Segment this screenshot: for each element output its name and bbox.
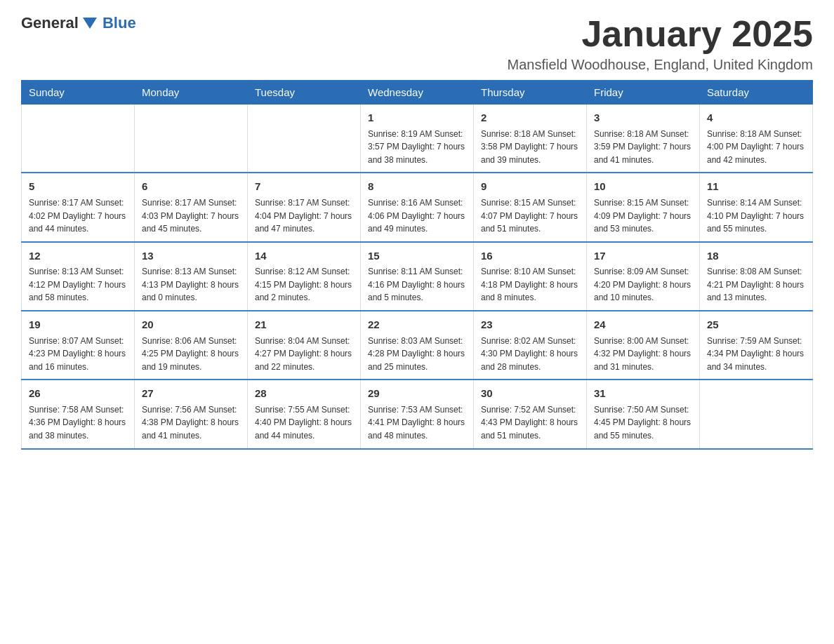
day-number: 3 (594, 110, 692, 126)
calendar-day-1: 1Sunrise: 8:19 AM Sunset: 3:57 PM Daylig… (361, 105, 474, 173)
day-info: Sunrise: 8:06 AM Sunset: 4:25 PM Dayligh… (142, 335, 240, 374)
page-header: General Blue January 2025 Mansfield Wood… (21, 14, 813, 73)
day-number: 11 (707, 179, 805, 195)
day-info: Sunrise: 8:17 AM Sunset: 4:02 PM Dayligh… (29, 196, 127, 236)
day-info: Sunrise: 8:11 AM Sunset: 4:16 PM Dayligh… (368, 265, 466, 304)
day-number: 2 (481, 110, 579, 126)
day-number: 21 (255, 317, 353, 333)
day-info: Sunrise: 8:14 AM Sunset: 4:10 PM Dayligh… (707, 196, 805, 236)
day-info: Sunrise: 8:18 AM Sunset: 4:00 PM Dayligh… (707, 128, 805, 167)
calendar-day-3: 3Sunrise: 8:18 AM Sunset: 3:59 PM Daylig… (587, 105, 700, 173)
calendar-day-6: 6Sunrise: 8:17 AM Sunset: 4:03 PM Daylig… (135, 173, 248, 241)
day-number: 7 (255, 179, 353, 195)
logo-triangle-icon (83, 18, 97, 29)
calendar-week-row: 5Sunrise: 8:17 AM Sunset: 4:02 PM Daylig… (22, 173, 813, 241)
calendar-week-row: 12Sunrise: 8:13 AM Sunset: 4:12 PM Dayli… (22, 242, 813, 311)
calendar-day-21: 21Sunrise: 8:04 AM Sunset: 4:27 PM Dayli… (248, 311, 361, 380)
logo-blue-text: Blue (102, 14, 136, 32)
calendar-day-25: 25Sunrise: 7:59 AM Sunset: 4:34 PM Dayli… (700, 311, 813, 380)
calendar-day-16: 16Sunrise: 8:10 AM Sunset: 4:18 PM Dayli… (474, 242, 587, 311)
day-info: Sunrise: 8:02 AM Sunset: 4:30 PM Dayligh… (481, 335, 579, 374)
day-info: Sunrise: 8:19 AM Sunset: 3:57 PM Dayligh… (368, 128, 466, 167)
calendar-day-5: 5Sunrise: 8:17 AM Sunset: 4:02 PM Daylig… (22, 173, 135, 241)
calendar-day-12: 12Sunrise: 8:13 AM Sunset: 4:12 PM Dayli… (22, 242, 135, 311)
day-number: 25 (707, 317, 805, 333)
day-info: Sunrise: 8:18 AM Sunset: 3:58 PM Dayligh… (481, 128, 579, 167)
calendar-day-4: 4Sunrise: 8:18 AM Sunset: 4:00 PM Daylig… (700, 105, 813, 173)
day-info: Sunrise: 8:15 AM Sunset: 4:09 PM Dayligh… (594, 196, 692, 236)
calendar-day-28: 28Sunrise: 7:55 AM Sunset: 4:40 PM Dayli… (248, 380, 361, 448)
day-info: Sunrise: 8:04 AM Sunset: 4:27 PM Dayligh… (255, 335, 353, 374)
day-info: Sunrise: 8:18 AM Sunset: 3:59 PM Dayligh… (594, 128, 692, 167)
day-info: Sunrise: 8:17 AM Sunset: 4:03 PM Dayligh… (142, 196, 240, 236)
day-number: 17 (594, 248, 692, 264)
day-header-tuesday: Tuesday (248, 81, 361, 105)
day-info: Sunrise: 8:08 AM Sunset: 4:21 PM Dayligh… (707, 265, 805, 304)
title-area: January 2025 Mansfield Woodhouse, Englan… (508, 14, 813, 73)
calendar-day-29: 29Sunrise: 7:53 AM Sunset: 4:41 PM Dayli… (361, 380, 474, 448)
month-title: January 2025 (508, 14, 813, 54)
day-info: Sunrise: 8:17 AM Sunset: 4:04 PM Dayligh… (255, 196, 353, 236)
day-info: Sunrise: 8:13 AM Sunset: 4:12 PM Dayligh… (29, 265, 127, 304)
day-number: 20 (142, 317, 240, 333)
day-info: Sunrise: 8:10 AM Sunset: 4:18 PM Dayligh… (481, 265, 579, 304)
day-info: Sunrise: 8:12 AM Sunset: 4:15 PM Dayligh… (255, 265, 353, 304)
day-info: Sunrise: 8:00 AM Sunset: 4:32 PM Dayligh… (594, 335, 692, 374)
day-info: Sunrise: 8:13 AM Sunset: 4:13 PM Dayligh… (142, 265, 240, 304)
calendar-header-row: SundayMondayTuesdayWednesdayThursdayFrid… (22, 81, 813, 105)
day-info: Sunrise: 7:55 AM Sunset: 4:40 PM Dayligh… (255, 403, 353, 443)
calendar-day-27: 27Sunrise: 7:56 AM Sunset: 4:38 PM Dayli… (135, 380, 248, 448)
day-info: Sunrise: 7:59 AM Sunset: 4:34 PM Dayligh… (707, 335, 805, 374)
day-number: 19 (29, 317, 127, 333)
day-number: 29 (368, 386, 466, 402)
day-info: Sunrise: 8:16 AM Sunset: 4:06 PM Dayligh… (368, 196, 466, 236)
calendar-day-23: 23Sunrise: 8:02 AM Sunset: 4:30 PM Dayli… (474, 311, 587, 380)
day-info: Sunrise: 8:07 AM Sunset: 4:23 PM Dayligh… (29, 335, 127, 374)
day-number: 23 (481, 317, 579, 333)
day-header-sunday: Sunday (22, 81, 135, 105)
calendar-day-19: 19Sunrise: 8:07 AM Sunset: 4:23 PM Dayli… (22, 311, 135, 380)
day-info: Sunrise: 8:03 AM Sunset: 4:28 PM Dayligh… (368, 335, 466, 374)
calendar-day-14: 14Sunrise: 8:12 AM Sunset: 4:15 PM Dayli… (248, 242, 361, 311)
day-number: 30 (481, 386, 579, 402)
day-info: Sunrise: 7:52 AM Sunset: 4:43 PM Dayligh… (481, 403, 579, 443)
day-info: Sunrise: 7:58 AM Sunset: 4:36 PM Dayligh… (29, 403, 127, 443)
day-number: 31 (594, 386, 692, 402)
calendar-week-row: 19Sunrise: 8:07 AM Sunset: 4:23 PM Dayli… (22, 311, 813, 380)
day-header-monday: Monday (135, 81, 248, 105)
day-header-wednesday: Wednesday (361, 81, 474, 105)
day-number: 16 (481, 248, 579, 264)
day-header-friday: Friday (587, 81, 700, 105)
day-info: Sunrise: 7:50 AM Sunset: 4:45 PM Dayligh… (594, 403, 692, 443)
calendar-day-26: 26Sunrise: 7:58 AM Sunset: 4:36 PM Dayli… (22, 380, 135, 448)
calendar-week-row: 1Sunrise: 8:19 AM Sunset: 3:57 PM Daylig… (22, 105, 813, 173)
day-info: Sunrise: 8:15 AM Sunset: 4:07 PM Dayligh… (481, 196, 579, 236)
day-info: Sunrise: 8:09 AM Sunset: 4:20 PM Dayligh… (594, 265, 692, 304)
day-info: Sunrise: 7:56 AM Sunset: 4:38 PM Dayligh… (142, 403, 240, 443)
day-number: 15 (368, 248, 466, 264)
calendar-day-24: 24Sunrise: 8:00 AM Sunset: 4:32 PM Dayli… (587, 311, 700, 380)
location-title: Mansfield Woodhouse, England, United Kin… (508, 57, 813, 73)
day-number: 12 (29, 248, 127, 264)
day-number: 9 (481, 179, 579, 195)
calendar-day-20: 20Sunrise: 8:06 AM Sunset: 4:25 PM Dayli… (135, 311, 248, 380)
calendar-day-30: 30Sunrise: 7:52 AM Sunset: 4:43 PM Dayli… (474, 380, 587, 448)
logo: General Blue (21, 14, 136, 32)
day-header-saturday: Saturday (700, 81, 813, 105)
calendar-day-9: 9Sunrise: 8:15 AM Sunset: 4:07 PM Daylig… (474, 173, 587, 241)
day-number: 10 (594, 179, 692, 195)
day-info: Sunrise: 7:53 AM Sunset: 4:41 PM Dayligh… (368, 403, 466, 443)
calendar-day-22: 22Sunrise: 8:03 AM Sunset: 4:28 PM Dayli… (361, 311, 474, 380)
day-number: 18 (707, 248, 805, 264)
calendar-empty-cell (22, 105, 135, 173)
calendar-day-10: 10Sunrise: 8:15 AM Sunset: 4:09 PM Dayli… (587, 173, 700, 241)
calendar-day-7: 7Sunrise: 8:17 AM Sunset: 4:04 PM Daylig… (248, 173, 361, 241)
day-number: 13 (142, 248, 240, 264)
calendar-day-13: 13Sunrise: 8:13 AM Sunset: 4:13 PM Dayli… (135, 242, 248, 311)
logo-general-text: General (21, 14, 79, 32)
day-number: 24 (594, 317, 692, 333)
calendar-table: SundayMondayTuesdayWednesdayThursdayFrid… (21, 80, 813, 449)
calendar-day-17: 17Sunrise: 8:09 AM Sunset: 4:20 PM Dayli… (587, 242, 700, 311)
calendar-empty-cell (135, 105, 248, 173)
day-number: 28 (255, 386, 353, 402)
